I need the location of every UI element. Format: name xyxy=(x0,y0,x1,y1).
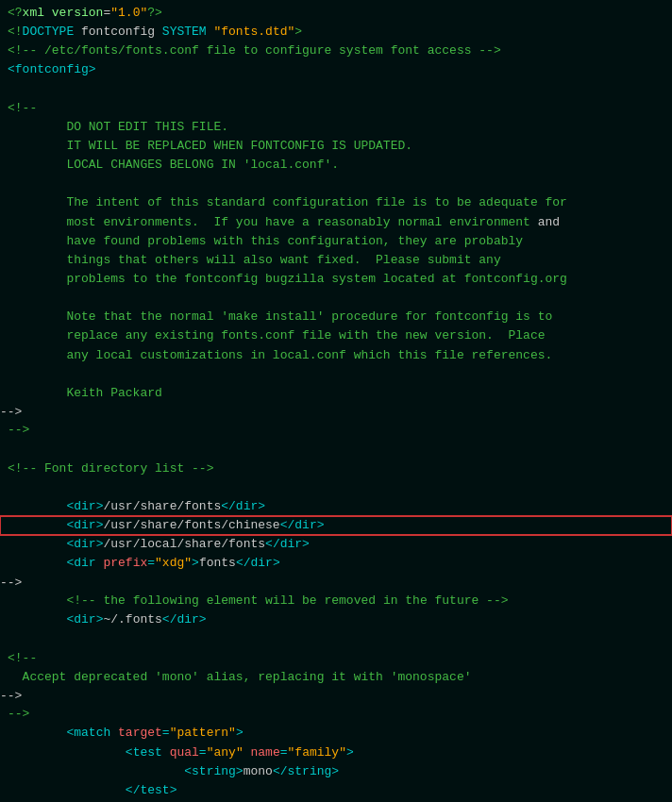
comment-most: most environments. If you have a reasona… xyxy=(8,213,538,232)
line-18: replace any existing fonts.conf file wit… xyxy=(0,326,672,345)
system-keyword: SYSTEM xyxy=(162,23,207,42)
dir-close-5: </dir> xyxy=(162,610,207,629)
target-attr: target xyxy=(118,724,162,743)
line-blank-1 xyxy=(0,80,672,99)
comment-problems: problems to the fontconfig bugzilla syst… xyxy=(8,270,567,289)
line-29: <dir prefix="xdg">fonts</dir> xyxy=(0,554,672,573)
dir-close-4: </dir> xyxy=(236,554,280,573)
dir-close-3: </dir> xyxy=(265,535,310,554)
line-37: <test qual="any" name="family"> xyxy=(0,744,672,762)
line-24: <!-- Font directory list --> xyxy=(0,459,672,478)
dir-gt: > xyxy=(192,554,199,573)
comment-close-2: --> xyxy=(8,705,29,724)
dir-path-chinese: /usr/share/fonts/chinese xyxy=(103,516,279,535)
line-38: <string>mono</string> xyxy=(0,762,672,781)
line-2: <!DOCTYPE fontconfig SYSTEM "fonts.dtd"> xyxy=(0,23,672,42)
comment-replace: replace any existing fonts.conf file wit… xyxy=(8,326,546,345)
pi-version-val: "1.0" xyxy=(110,4,147,23)
line-22: --> xyxy=(0,421,672,440)
line-14: things that others will also want fixed.… xyxy=(0,251,672,270)
name-val-test: "family" xyxy=(288,744,346,762)
comment-keith: Keith Packard xyxy=(8,384,162,403)
comment-intent: The intent of this standard configuratio… xyxy=(8,193,567,212)
line-19: any local customizations in local.conf w… xyxy=(0,346,672,365)
comment-font-dir: <!-- Font directory list --> xyxy=(8,459,213,478)
line-30: <!-- the following element will be remov… xyxy=(0,592,672,610)
comment-open-1: <!-- xyxy=(8,99,37,118)
line-6: <!-- xyxy=(0,99,672,118)
prefix-val: "xdg" xyxy=(155,554,192,573)
line-27-highlighted: <dir>/usr/share/fonts/chinese</dir> xyxy=(0,516,672,535)
doctype-bracket: <! xyxy=(8,23,23,42)
line-39: </test> xyxy=(0,781,672,800)
line-8: IT WILL BE REPLACED WHEN FONTCONFIG IS U… xyxy=(0,137,672,156)
line-31: <dir>~/.fonts</dir> xyxy=(0,610,672,629)
line-12: most environments. If you have a reasona… xyxy=(0,213,672,232)
line-26: <dir>/usr/share/fonts</dir> xyxy=(0,497,672,516)
comment-close-1: --> xyxy=(8,421,29,440)
fontconfig-open-tag: <fontconfig> xyxy=(8,60,96,79)
doctype-dtd: "fonts.dtd" xyxy=(213,23,294,42)
match-open: <match xyxy=(66,724,118,743)
qual-attr: qual xyxy=(170,744,199,762)
dir-open-1: <dir> xyxy=(66,497,103,516)
line-blank-4 xyxy=(0,365,672,384)
line-11: The intent of this standard configuratio… xyxy=(0,193,672,212)
dir-close-1: </dir> xyxy=(221,497,265,516)
pi-end: ?> xyxy=(147,4,162,23)
comment-do-not: DO NOT EDIT THIS FILE. xyxy=(8,118,228,137)
qual-val: "any" xyxy=(207,744,244,762)
dir-path-home: ~/.fonts xyxy=(103,610,161,629)
comment-mono-text: Accept deprecated 'mono' alias, replacin… xyxy=(8,668,471,687)
comment-etc: <!-- /etc/fonts/fonts.conf file to confi… xyxy=(8,42,501,60)
dir-path-1: /usr/share/fonts xyxy=(103,497,221,516)
test-close: </test> xyxy=(126,781,177,800)
line-3: <!-- /etc/fonts/fonts.conf file to confi… xyxy=(0,42,672,60)
fonts-text: fonts xyxy=(199,554,236,573)
dir-open-3: <dir> xyxy=(66,535,103,554)
prefix-attr: prefix xyxy=(103,554,147,573)
line-15: problems to the fontconfig bugzilla syst… xyxy=(0,270,672,289)
line-9: LOCAL CHANGES BELONG IN 'local.conf'. xyxy=(0,156,672,175)
dir-path-local: /usr/local/share/fonts xyxy=(103,535,265,554)
comment-found: have found problems with this configurat… xyxy=(8,232,523,251)
line-28: <dir>/usr/local/share/fonts</dir> xyxy=(0,535,672,554)
line-13: have found problems with this configurat… xyxy=(0,232,672,251)
line-34: Accept deprecated 'mono' alias, replacin… xyxy=(0,668,672,687)
comment-things: things that others will also want fixed.… xyxy=(8,251,501,270)
line-36: <match target="pattern"> xyxy=(0,724,672,743)
line-blank-3 xyxy=(0,289,672,308)
string-open-1: <string> xyxy=(184,762,243,781)
comment-local: LOCAL CHANGES BELONG IN 'local.conf'. xyxy=(8,156,339,175)
line-35: --> xyxy=(0,705,672,724)
line-7: DO NOT EDIT THIS FILE. xyxy=(0,118,672,137)
comment-open-2: <!-- xyxy=(8,649,37,668)
dir-open-2: <dir> xyxy=(66,516,103,535)
line-blank-2 xyxy=(0,175,672,193)
dir-open-4: <dir xyxy=(66,554,103,573)
target-val: "pattern" xyxy=(170,724,236,743)
comment-any: any local customizations in local.conf w… xyxy=(8,346,552,365)
line-4: <fontconfig> xyxy=(0,60,672,79)
dir-open-5: <dir> xyxy=(66,610,103,629)
line-blank-5 xyxy=(0,441,672,459)
string-close-1: </string> xyxy=(273,762,339,781)
name-attr-test: name xyxy=(251,744,280,762)
line-33: <!-- xyxy=(0,649,672,668)
test-open: <test xyxy=(126,744,170,762)
line-blank-7 xyxy=(0,629,672,648)
line-21: Keith Packard xyxy=(0,384,672,403)
comment-and: and xyxy=(538,213,560,232)
code-editor: <?xml version="1.0"?> <!DOCTYPE fontconf… xyxy=(0,0,672,802)
pi-xml: xml version xyxy=(23,4,104,23)
pi-bracket: <? xyxy=(8,4,23,23)
comment-note: Note that the normal 'make install' proc… xyxy=(8,308,552,326)
mono-text: mono xyxy=(244,762,273,781)
doctype-end: > xyxy=(294,23,302,42)
comment-replaced: IT WILL BE REPLACED WHEN FONTCONFIG IS U… xyxy=(8,137,412,156)
comment-future: <!-- the following element will be remov… xyxy=(66,592,508,610)
dir-close-2: </dir> xyxy=(280,516,325,535)
line-17: Note that the normal 'make install' proc… xyxy=(0,308,672,326)
line-1: <?xml version="1.0"?> xyxy=(0,4,672,23)
line-blank-6 xyxy=(0,478,672,497)
